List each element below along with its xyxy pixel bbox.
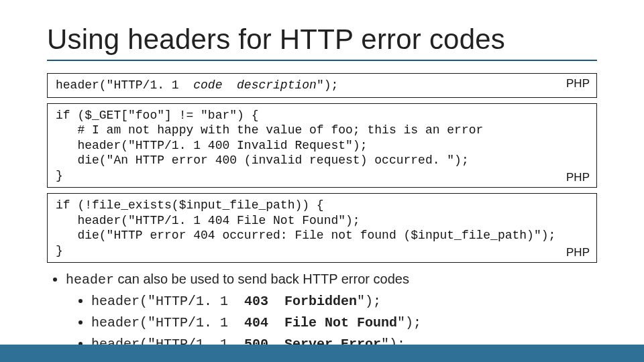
code-example-2: if (!file_exists($input_file_path)) { he… [56,198,555,257]
code-bold: 404 File Not Found [244,315,397,330]
code-tag: PHP [566,245,590,259]
bullet-mono: header [66,272,114,288]
bullet-subitem: header("HTTP/1. 1 404 File Not Found"); [91,312,597,333]
code-prefix: header("HTTP/1. 1 [91,315,244,330]
code-prefix: header("HTTP/1. 1 [91,294,244,309]
bullet-text: can also be used to send back HTTP error… [114,272,409,286]
code-line: header("HTTP/1. 1 403 Forbidden"); [91,294,381,309]
code-syntax-suffix: "); [317,78,338,92]
code-syntax-italic: code description [193,78,317,92]
code-bold: 403 Forbidden [244,294,357,309]
slide: Using headers for HTTP error codes heade… [0,0,644,362]
bullet-list: header can also be used to send back HTT… [47,269,597,354]
code-suffix: "); [397,315,421,330]
code-box-example-2: if (!file_exists($input_file_path)) { he… [47,193,597,263]
code-box-syntax: header("HTTP/1. 1 code description");PHP [47,73,597,98]
code-example-1: if ($_GET["foo"] != "bar") { # I am not … [56,109,483,182]
code-line: header("HTTP/1. 1 404 File Not Found"); [91,315,421,330]
footer-bar [0,345,644,362]
code-tag: PHP [566,76,590,90]
bullet-item: header can also be used to send back HTT… [66,269,597,354]
code-box-example-1: if ($_GET["foo"] != "bar") { # I am not … [47,103,597,188]
code-suffix: "); [357,294,381,309]
code-syntax-prefix: header("HTTP/1. 1 [56,78,193,92]
bullet-subitem: header("HTTP/1. 1 403 Forbidden"); [91,291,597,311]
code-tag: PHP [566,170,590,184]
slide-title: Using headers for HTTP error codes [47,23,597,56]
title-underline [47,60,597,61]
